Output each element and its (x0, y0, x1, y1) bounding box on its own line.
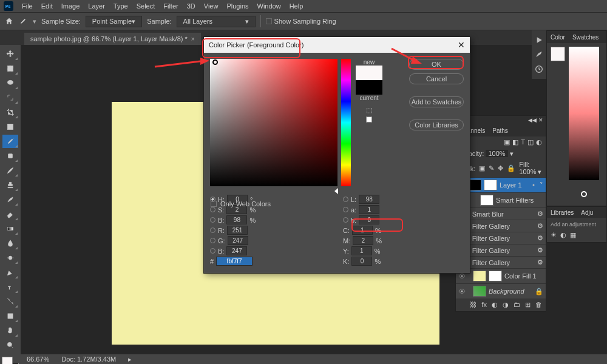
frame-tool[interactable] (2, 120, 18, 133)
zoom-tool[interactable] (2, 339, 18, 352)
sample-size-select[interactable]: Point Sample▾ (86, 16, 142, 27)
fill-value[interactable]: 100% (519, 168, 536, 175)
bv-field[interactable]: B:% (210, 215, 331, 224)
hue-pointer[interactable] (334, 188, 338, 194)
color-swatch[interactable] (551, 47, 565, 61)
eraser-tool[interactable] (2, 207, 18, 221)
adjustment-icon[interactable]: ◑ (503, 301, 509, 309)
color-picker-cursor[interactable] (212, 59, 218, 65)
menu-help[interactable]: Help (286, 1, 307, 11)
tab-paths[interactable]: Paths (489, 126, 512, 135)
trash-icon[interactable]: 🗑 (535, 301, 542, 309)
menu-plugins[interactable]: Plugins (223, 1, 252, 11)
play-icon[interactable] (534, 35, 544, 45)
color-ring[interactable] (581, 191, 587, 197)
y-field[interactable]: Y:% (343, 246, 464, 255)
menu-image[interactable]: Image (58, 1, 84, 11)
menu-3d[interactable]: 3D (183, 1, 199, 11)
menu-filter[interactable]: Filter (160, 1, 181, 11)
healing-tool[interactable] (2, 149, 18, 163)
color-swatches[interactable] (2, 357, 19, 364)
menu-file[interactable]: File (18, 1, 36, 11)
mask-icon[interactable]: ◐ (492, 301, 498, 309)
collapse-icon[interactable]: ◀◀ ✕ (528, 117, 543, 123)
gradient-tool[interactable] (2, 222, 18, 235)
color-spectrum[interactable] (569, 47, 599, 180)
menu-edit[interactable]: Edit (38, 1, 56, 11)
cancel-button[interactable]: Cancel (409, 73, 464, 84)
menu-view[interactable]: View (200, 1, 222, 11)
blur-tool[interactable] (2, 237, 18, 250)
chevron-down-icon: ▾ (132, 18, 135, 25)
sample-size-label: Sample Size: (41, 18, 81, 25)
dialog-titlebar[interactable]: Color Picker (Foreground Color) ✕ (204, 37, 470, 53)
websafe-swatch[interactable] (366, 116, 372, 123)
marquee-tool[interactable] (2, 62, 18, 75)
menu-window[interactable]: Window (254, 1, 285, 11)
svg-point-3 (7, 80, 13, 84)
pen-tool[interactable] (2, 266, 18, 279)
c-field[interactable]: C:% (343, 226, 464, 235)
document-tab[interactable]: sample photo.jpg @ 66.7% (Layer 1, Layer… (24, 33, 201, 45)
hue-slider[interactable] (341, 59, 351, 186)
new-layer-icon[interactable]: ⊞ (525, 301, 531, 309)
bc-field[interactable]: B: (210, 246, 331, 255)
layer-row[interactable]: Background🔒 (456, 283, 546, 298)
svg-text:Ps: Ps (5, 4, 11, 9)
link-icon[interactable]: ⛓ (470, 301, 476, 309)
tab-swatches[interactable]: Swatches (569, 33, 602, 42)
selection-tool[interactable] (2, 91, 18, 104)
sample-select[interactable]: All Layers▾ (177, 16, 256, 27)
cube-icon[interactable]: ⬚ (366, 106, 372, 114)
menu-layer[interactable]: Layer (84, 1, 109, 11)
svg-rect-13 (8, 314, 13, 318)
lasso-tool[interactable] (2, 76, 18, 90)
fx-icon[interactable]: fx (481, 301, 487, 309)
color-libraries-button[interactable]: Color Libraries (409, 120, 464, 130)
brush-preset-icon[interactable] (534, 50, 544, 59)
eyedropper-icon (18, 16, 28, 26)
current-color-swatch[interactable] (356, 80, 382, 95)
home-icon[interactable] (5, 17, 13, 25)
g-field[interactable]: G: (210, 236, 331, 245)
a-field[interactable]: a: (343, 205, 464, 214)
show-ring-checkbox[interactable]: Show Sampling Ring (266, 18, 336, 25)
hex-field[interactable]: # (210, 257, 331, 266)
svg-rect-2 (7, 66, 13, 71)
filter-icon[interactable]: ▣ (504, 138, 510, 146)
tab-libraries[interactable]: Libraries (547, 208, 577, 217)
history-icon[interactable] (534, 64, 544, 74)
zoom-level[interactable]: 66.67% (27, 356, 49, 363)
brush-tool[interactable] (2, 164, 18, 177)
ok-button[interactable]: OK (409, 59, 464, 70)
type-tool[interactable]: T (2, 280, 18, 294)
move-tool[interactable] (2, 47, 18, 61)
l-field[interactable]: L: (343, 195, 464, 204)
opacity-value[interactable]: 100% (486, 150, 507, 157)
close-icon[interactable]: ✕ (458, 40, 465, 50)
tab-color[interactable]: Color (547, 33, 569, 42)
dodge-tool[interactable] (2, 251, 18, 265)
menu-select[interactable]: Select (133, 1, 159, 11)
folder-icon[interactable]: 🗀 (514, 301, 520, 309)
hand-tool[interactable] (2, 324, 18, 337)
shape-tool[interactable] (2, 309, 18, 323)
tab-adjustments[interactable]: Adju (577, 208, 597, 217)
app-logo: Ps (4, 1, 13, 11)
b-field[interactable]: b: (343, 215, 464, 224)
m-field[interactable]: M:% (343, 236, 464, 245)
close-icon[interactable]: × (191, 36, 195, 42)
svg-point-17 (533, 184, 535, 186)
r-field[interactable]: R: (210, 226, 331, 235)
path-tool[interactable] (2, 295, 18, 308)
menu-type[interactable]: Type (110, 1, 132, 11)
saturation-value-field[interactable] (210, 59, 337, 186)
k-field[interactable]: K:% (343, 257, 464, 266)
crop-tool[interactable] (2, 106, 18, 119)
toolbox: T (0, 45, 21, 364)
only-web-colors-checkbox[interactable]: Only Web Colors (211, 200, 271, 207)
stamp-tool[interactable] (2, 178, 18, 192)
history-brush-tool[interactable] (2, 193, 18, 206)
add-swatches-button[interactable]: Add to Swatches (409, 96, 464, 107)
eyedropper-tool[interactable] (2, 135, 18, 148)
